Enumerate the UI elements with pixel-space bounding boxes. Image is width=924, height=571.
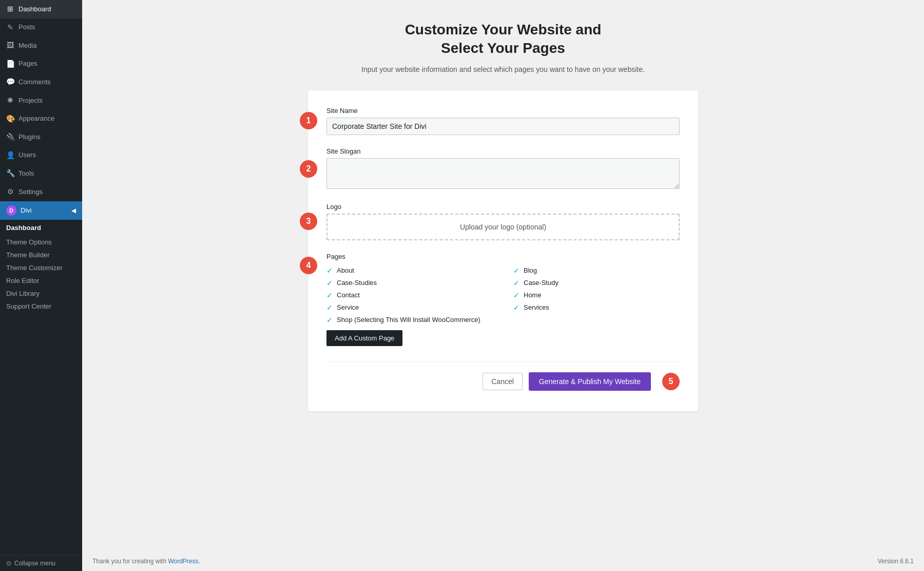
comments-icon: 💬 xyxy=(6,77,14,87)
sidebar-item-comments[interactable]: 💬 Comments xyxy=(0,73,82,91)
sidebar-item-plugins[interactable]: 🔌 Plugins xyxy=(0,128,82,146)
appearance-icon: 🎨 xyxy=(6,114,14,124)
wordpress-link[interactable]: WordPress xyxy=(168,558,198,565)
page-item-shop[interactable]: ✓ Shop (Selecting This Will Install WooC… xyxy=(326,316,493,324)
sidebar-item-label: Appearance xyxy=(18,114,54,123)
sidebar-item-posts[interactable]: ✎ Posts xyxy=(0,18,82,37)
divi-dashboard-label: Dashboard xyxy=(0,220,82,236)
sidebar-item-label: Dashboard xyxy=(18,5,51,14)
page-item-case-studies[interactable]: ✓ Case-Studies xyxy=(326,279,493,287)
check-icon-services: ✓ xyxy=(513,303,519,312)
sidebar-item-support-center[interactable]: Support Center xyxy=(0,300,82,313)
footer-thank-you-text: Thank you for creating with xyxy=(92,558,168,565)
sidebar-item-label: Users xyxy=(18,150,36,160)
divi-menu-item[interactable]: D Divi ◀ xyxy=(0,201,82,220)
sidebar-item-role-editor[interactable]: Role Editor xyxy=(0,274,82,287)
sidebar-item-pages[interactable]: 📄 Pages xyxy=(0,55,82,73)
check-icon-service: ✓ xyxy=(326,303,333,312)
sidebar-item-theme-options[interactable]: Theme Options xyxy=(0,236,82,249)
page-label-blog: Blog xyxy=(524,267,537,274)
page-label-about: About xyxy=(337,267,354,274)
sidebar-item-label: Media xyxy=(18,41,36,50)
page-label-contact: Contact xyxy=(337,291,360,299)
page-item-case-study[interactable]: ✓ Case-Study xyxy=(513,279,680,287)
sidebar-item-label: Pages xyxy=(18,59,37,68)
sidebar-item-label: Settings xyxy=(18,187,43,197)
form-actions: Cancel Generate & Publish My Website 5 xyxy=(326,361,680,391)
step-2-badge: 2 xyxy=(300,160,317,178)
dashboard-icon: ⊞ xyxy=(6,4,14,14)
sidebar-item-appearance[interactable]: 🎨 Appearance xyxy=(0,110,82,128)
form-card: 1 Site Name 2 Site Slogan 3 Logo Upload … xyxy=(308,90,698,411)
page-label-services: Services xyxy=(524,303,549,311)
site-name-row: 1 Site Name xyxy=(326,107,680,135)
page-label-service: Service xyxy=(337,303,359,311)
page-label-home: Home xyxy=(524,291,542,299)
sidebar-item-divi-library[interactable]: Divi Library xyxy=(0,287,82,300)
sidebar-item-label: Plugins xyxy=(18,132,41,142)
footer-version: Version 6.6.1 xyxy=(878,558,914,565)
logo-upload-button[interactable]: Upload your logo (optional) xyxy=(326,214,680,240)
logo-label: Logo xyxy=(326,203,680,211)
collapse-menu-button[interactable]: ⊙ Collapse menu xyxy=(0,555,82,571)
sidebar-item-dashboard[interactable]: ⊞ Dashboard xyxy=(0,0,82,18)
sidebar-item-label: Comments xyxy=(18,78,51,87)
page-wrapper: Customize Your Website and Select Your P… xyxy=(82,0,924,551)
collapse-icon: ⊙ xyxy=(6,560,11,567)
sidebar-item-theme-builder[interactable]: Theme Builder xyxy=(0,249,82,261)
page-label-shop: Shop (Selecting This Will Install WooCom… xyxy=(337,316,480,323)
pages-label: Pages xyxy=(326,253,680,260)
sidebar-item-label: Projects xyxy=(18,96,43,105)
posts-icon: ✎ xyxy=(6,23,14,33)
sidebar-item-label: Tools xyxy=(18,169,34,178)
page-label-case-study: Case-Study xyxy=(524,279,559,287)
step-4-badge: 4 xyxy=(300,257,317,274)
page-item-services[interactable]: ✓ Services xyxy=(513,303,680,312)
add-custom-page-button[interactable]: Add A Custom Page xyxy=(326,330,402,346)
pages-icon: 📄 xyxy=(6,59,14,69)
plugins-icon: 🔌 xyxy=(6,132,14,142)
page-item-contact[interactable]: ✓ Contact xyxy=(326,291,493,299)
check-icon-shop: ✓ xyxy=(326,316,333,324)
site-slogan-label: Site Slogan xyxy=(326,147,680,155)
site-name-input[interactable] xyxy=(326,118,680,135)
sidebar-item-settings[interactable]: ⚙ Settings xyxy=(0,183,82,201)
tools-icon: 🔧 xyxy=(6,168,14,179)
sidebar-item-theme-customizer[interactable]: Theme Customizer xyxy=(0,261,82,274)
page-item-about[interactable]: ✓ About xyxy=(326,267,493,275)
check-icon-case-study: ✓ xyxy=(513,279,519,287)
logo-row: 3 Logo Upload your logo (optional) xyxy=(326,203,680,240)
site-slogan-input[interactable] xyxy=(326,158,680,189)
sidebar-item-users[interactable]: 👤 Users xyxy=(0,146,82,165)
generate-publish-button[interactable]: Generate & Publish My Website xyxy=(529,372,651,391)
sidebar-item-label: Posts xyxy=(18,23,35,32)
page-title: Customize Your Website and Select Your P… xyxy=(405,21,602,58)
main-content: Customize Your Website and Select Your P… xyxy=(82,0,924,571)
step-3-badge: 3 xyxy=(300,213,317,230)
sidebar-item-media[interactable]: 🖼 Media xyxy=(0,36,82,55)
cancel-button[interactable]: Cancel xyxy=(483,373,523,390)
sidebar-item-tools[interactable]: 🔧 Tools xyxy=(0,164,82,183)
page-item-service[interactable]: ✓ Service xyxy=(326,303,493,312)
site-slogan-row: 2 Site Slogan xyxy=(326,147,680,191)
page-item-home[interactable]: ✓ Home xyxy=(513,291,680,299)
collapse-label: Collapse menu xyxy=(14,560,55,567)
footer-period: . xyxy=(199,558,200,565)
publish-btn-label: Generate & Publish My Website xyxy=(539,377,641,386)
site-footer: Thank you for creating with WordPress. V… xyxy=(82,551,924,571)
projects-icon: ✺ xyxy=(6,96,14,106)
check-icon-blog: ✓ xyxy=(513,267,519,275)
check-icon-about: ✓ xyxy=(326,267,333,275)
sidebar-item-projects[interactable]: ✺ Projects xyxy=(0,91,82,110)
step-5-badge: 5 xyxy=(662,373,680,390)
step-1-badge: 1 xyxy=(300,112,317,129)
pages-section: 4 Pages ✓ About ✓ Blog ✓ Case- xyxy=(326,253,680,346)
divi-arrow-icon: ◀ xyxy=(71,207,76,214)
divi-icon: D xyxy=(6,205,16,216)
check-icon-contact: ✓ xyxy=(326,291,333,299)
page-item-blog[interactable]: ✓ Blog xyxy=(513,267,680,275)
divi-label: Divi xyxy=(21,206,32,214)
footer-credit: Thank you for creating with WordPress. xyxy=(92,558,200,565)
sidebar-main-nav: ⊞ Dashboard ✎ Posts 🖼 Media 📄 Pages 💬 Co… xyxy=(0,0,82,555)
check-icon-case-studies: ✓ xyxy=(326,279,333,287)
